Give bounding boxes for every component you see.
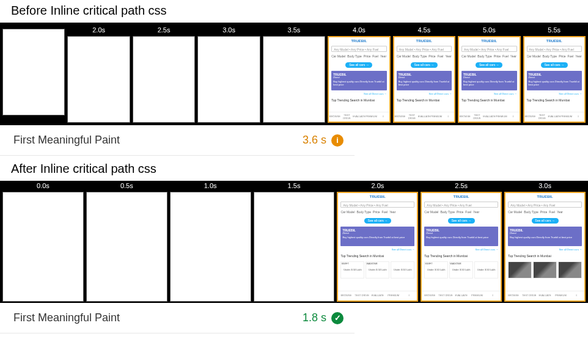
bottom-nav: BROWSETEST DRIVEEVALUATEPREMIUM≡ (524, 112, 584, 120)
direct-banner: TRUEBILDirectBuy highest quality cars Di… (508, 227, 582, 246)
filmstrip-frame: 1.0s (170, 182, 251, 302)
rendered-thumb: TRUEBILAny Model • Any Price • Any FuelC… (504, 192, 586, 302)
timestamp-label: 4.5s (417, 26, 430, 34)
before-filmstrip: 2.0s2.5s3.0s3.5s4.0sTRUEBILAny Model • A… (0, 23, 588, 125)
trending-cards: SWIFTUnder 3.50 LakhWAGONRUnder 3.50 Lak… (424, 261, 498, 278)
direct-banner: TRUEBILDirectBuy highest quality cars Di… (331, 71, 386, 90)
see-all-cars-button: See all cars → (532, 218, 559, 224)
see-all-cars-button: See all cars → (345, 62, 372, 68)
timestamp-label: 1.5s (288, 182, 301, 189)
after-filmstrip: 0.0s0.5s1.0s1.5s2.0sTRUEBILAny Model • A… (0, 181, 588, 303)
search-placeholder: Any Model • Any Price • Any Fuel (527, 46, 582, 52)
rendered-thumb: TRUEBILAny Model • Any Price • Any FuelC… (328, 36, 390, 123)
trending-heading: Top Trending Search in Mumbai (508, 254, 551, 258)
trending-card: WAGONRUnder 3.50 Lakh (366, 261, 389, 278)
timestamp-label: 0.0s (37, 182, 50, 189)
bottom-nav: BROWSETEST DRIVEEVALUATEPREMIUM≡ (505, 291, 584, 299)
see-all-cars-button: See all cars → (448, 218, 475, 224)
timestamp-label: 2.5s (455, 182, 468, 189)
see-direct-link: See all Direct cars → (397, 92, 452, 95)
blank-thumb (263, 36, 325, 123)
filmstrip-frame (2, 26, 65, 123)
rendered-thumb: TRUEBILAny Model • Any Price • Any FuelC… (523, 36, 586, 123)
filmstrip-frame: 2.0sTRUEBILAny Model • Any Price • Any F… (337, 182, 418, 302)
timestamp-label: 2.0s (92, 26, 105, 34)
direct-banner: TRUEBILDirectBuy highest quality cars Di… (527, 71, 582, 90)
timestamp-label: 5.5s (548, 26, 560, 34)
search-placeholder: Any Model • Any Price • Any Fuel (508, 202, 582, 208)
filmstrip-frame: 2.5sTRUEBILAny Model • Any Price • Any F… (421, 182, 502, 302)
see-direct-link: See all Direct cars → (424, 248, 498, 251)
trending-card (533, 261, 557, 278)
timestamp-label: 3.5s (288, 26, 301, 34)
trending-card: Under 3.50 Lakh (391, 261, 414, 278)
before-section: Before Inline critical path css 2.0s2.5s… (0, 4, 588, 156)
bottom-nav: BROWSETEST DRIVEEVALUATEPREMIUM≡ (329, 112, 389, 120)
see-direct-link: See all Direct cars → (508, 248, 582, 251)
timestamp-label: 2.5s (158, 26, 171, 34)
see-all-cars-button: See all cars → (364, 218, 391, 224)
filmstrip-frame: 5.0sTRUEBILAny Model • Any Price • Any F… (458, 26, 520, 123)
blank-thumb (133, 36, 195, 123)
trending-heading: Top Trending Search in Mumbai (424, 254, 468, 258)
trending-heading: Top Trending Search in Mumbai (527, 98, 570, 102)
blank-thumb (197, 36, 260, 123)
filter-pills: Car ModelBody TypePriceFuelYear (508, 210, 582, 214)
trending-heading: Top Trending Search in Mumbai (461, 98, 505, 102)
search-placeholder: Any Model • Any Price • Any Fuel (340, 202, 414, 208)
truebil-logo: TRUEBIL (338, 195, 417, 198)
filmstrip-frame: 5.5sTRUEBILAny Model • Any Price • Any F… (523, 26, 586, 123)
before-metric-row: First Meaningful Paint 3.6 s i (0, 125, 355, 156)
truebil-logo: TRUEBIL (394, 39, 454, 43)
see-direct-link: See all Direct cars → (331, 92, 386, 95)
blank-thumb (67, 36, 130, 123)
filter-pills: Car ModelBody TypePriceFuelYear (331, 54, 386, 58)
see-direct-link: See all Direct cars → (527, 92, 582, 95)
trending-card: SWIFTUnder 3.50 Lakh (424, 261, 448, 278)
direct-banner: TRUEBILDirectBuy highest quality cars Di… (340, 227, 414, 246)
see-direct-link: See all Direct cars → (461, 92, 516, 95)
trending-card (558, 261, 582, 278)
timestamp-label: 3.0s (222, 26, 235, 34)
see-all-cars-button: See all cars → (541, 62, 568, 68)
timestamp-label: 1.0s (204, 182, 217, 189)
truebil-logo: TRUEBIL (329, 39, 389, 43)
timestamp-label: 0.5s (120, 182, 133, 189)
info-icon[interactable]: i (331, 134, 344, 147)
filmstrip-frame: 3.0sTRUEBILAny Model • Any Price • Any F… (504, 182, 586, 302)
timestamp-label: 4.0s (353, 26, 366, 34)
truebil-logo: TRUEBIL (459, 39, 519, 43)
filmstrip-frame: 2.0s (67, 26, 130, 123)
see-all-cars-button: See all cars → (476, 62, 502, 68)
blank-thumb (2, 192, 84, 302)
filmstrip-frame: 2.5s (133, 26, 195, 123)
rendered-thumb: TRUEBILAny Model • Any Price • Any FuelC… (393, 36, 455, 123)
search-placeholder: Any Model • Any Price • Any Fuel (397, 46, 452, 52)
truebil-logo: TRUEBIL (422, 195, 501, 198)
after-metric-row: First Meaningful Paint 1.8 s ✓ (0, 303, 355, 333)
trending-card: WAGONRUnder 3.50 Lakh (449, 261, 473, 278)
metric-label: First Meaningful Paint (13, 134, 303, 147)
timestamp-label: 5.0s (483, 26, 496, 34)
filmstrip-frame: 4.5sTRUEBILAny Model • Any Price • Any F… (393, 26, 455, 123)
filmstrip-frame: 4.0sTRUEBILAny Model • Any Price • Any F… (328, 26, 390, 123)
direct-banner: TRUEBILDirectBuy highest quality cars Di… (397, 71, 452, 90)
direct-banner: TRUEBILDirectBuy highest quality cars Di… (461, 71, 516, 90)
timestamp-label: 3.0s (538, 182, 551, 189)
filmstrip-frame: 3.0s (197, 26, 260, 123)
bottom-nav: BROWSETEST DRIVEEVALUATEPREMIUM≡ (459, 112, 519, 120)
rendered-thumb: TRUEBILAny Model • Any Price • Any FuelC… (458, 36, 520, 123)
timestamp-label: 2.0s (371, 182, 384, 189)
trending-cards (508, 261, 582, 278)
after-title: After Inline critical path css (0, 162, 588, 181)
metric-value: 3.6 s (303, 134, 326, 147)
filter-pills: Car ModelBody TypePriceFuelYear (461, 54, 516, 58)
blank-thumb (254, 192, 335, 302)
search-placeholder: Any Model • Any Price • Any Fuel (331, 46, 386, 52)
trending-heading: Top Trending Search in Mumbai (397, 98, 440, 102)
truebil-logo: TRUEBIL (524, 39, 584, 43)
before-title: Before Inline critical path css (0, 4, 588, 23)
trending-card (508, 261, 532, 278)
see-direct-link: See all Direct cars → (340, 248, 414, 251)
filmstrip-frame: 3.5s (263, 26, 325, 123)
